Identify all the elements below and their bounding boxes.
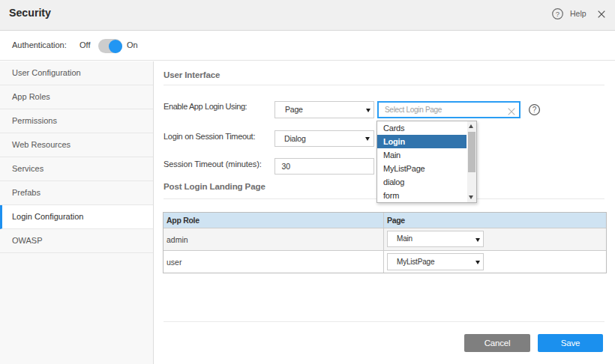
svg-text:?: ? [532,106,537,114]
svg-text:?: ? [556,10,560,18]
